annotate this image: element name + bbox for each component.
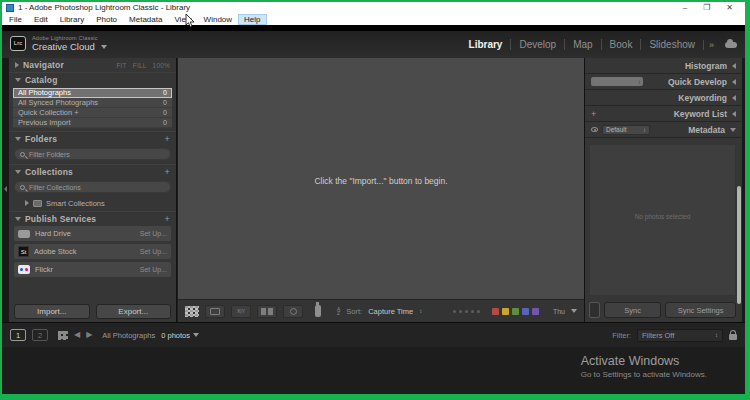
sync-button[interactable]: Sync [604, 302, 661, 318]
menu-window[interactable]: Window [198, 14, 238, 25]
metadata-header[interactable]: Default ↕ Metadata [585, 122, 742, 138]
set-up-link[interactable]: Set Up... [140, 230, 167, 237]
loupe-view-button[interactable] [205, 305, 225, 318]
module-map[interactable]: Map [564, 39, 600, 50]
grid-view-icon[interactable] [185, 306, 199, 317]
collapse-left-icon [4, 186, 7, 192]
import-button[interactable]: Import... [14, 304, 90, 319]
workspace-switcher[interactable]: Creative Cloud [32, 41, 107, 52]
rating-stars[interactable] [453, 310, 480, 313]
publish-service-flickr[interactable]: Flickr Set Up... [14, 262, 171, 277]
activate-windows-watermark: Activate Windows Go to Settings to activ… [581, 354, 707, 379]
filter-collections-input[interactable]: Filter Collections [14, 181, 171, 193]
filter-lock-icon[interactable] [729, 334, 737, 340]
metadata-preset-dropdown[interactable]: Default ↕ [602, 125, 650, 135]
scrollbar[interactable] [737, 186, 741, 304]
add-publish-service-button[interactable]: + [165, 214, 170, 224]
empty-state-message: Click the "Import..." button to begin. [178, 176, 584, 186]
quick-develop-header[interactable]: ↕ Quick Develop [585, 74, 742, 90]
filmstrip-source-label[interactable]: All Photographs [102, 331, 155, 340]
color-swatch-red[interactable] [492, 308, 499, 315]
zoom-fit[interactable]: FIT [116, 62, 126, 69]
cloud-sync-icon[interactable] [725, 42, 737, 48]
sync-settings-button[interactable]: Sync Settings [665, 302, 736, 318]
add-collection-button[interactable]: + [165, 167, 170, 177]
go-forward-icon[interactable]: ▶ [86, 329, 92, 341]
painter-spray-icon[interactable] [315, 305, 321, 317]
metadata-panel-body: No photos selected [589, 144, 736, 296]
saved-preset-dropdown[interactable]: ↕ [591, 77, 643, 86]
collapsed-triangle-icon [25, 200, 29, 206]
module-slideshow[interactable]: Slideshow [640, 39, 703, 50]
color-swatch-yellow[interactable] [502, 308, 509, 315]
grid-view-shortcut-icon[interactable] [58, 331, 68, 340]
publish-service-adobe-stock[interactable]: St Adobe Stock Set Up... [14, 244, 171, 259]
filmstrip-empty-area: Activate Windows Go to Settings to activ… [2, 347, 745, 394]
lrc-badge-icon: Lrc [10, 36, 26, 51]
add-folder-button[interactable]: + [165, 134, 170, 144]
color-label-swatches [492, 308, 539, 315]
folders-header[interactable]: Folders + [9, 132, 176, 146]
module-library[interactable]: Library [461, 39, 511, 50]
metadata-switch-icon[interactable] [591, 127, 598, 132]
collapsed-triangle-icon [15, 62, 19, 68]
color-swatch-blue[interactable] [522, 308, 529, 315]
catalog-item-previous-import[interactable]: Previous Import 0 [13, 118, 172, 128]
module-develop[interactable]: Develop [510, 39, 564, 50]
set-up-link[interactable]: Set Up... [140, 266, 167, 273]
smart-collections-item[interactable]: Smart Collections [9, 197, 176, 209]
keyword-list-header[interactable]: + Keyword List [585, 106, 742, 122]
thumbnail-size-control[interactable]: Thu [553, 308, 565, 315]
photo-count-dropdown[interactable]: 0 photos [161, 331, 199, 340]
color-swatch-green[interactable] [512, 308, 519, 315]
maximize-button[interactable]: ❐ [703, 2, 710, 14]
module-book[interactable]: Book [601, 39, 641, 50]
catalog-item-quick-collection[interactable]: Quick Collection + 0 [13, 108, 172, 118]
collapsed-triangle-icon [732, 63, 736, 69]
histogram-header[interactable]: Histogram [585, 58, 742, 74]
navigator-header[interactable]: Navigator FIT FILL 100% [9, 58, 176, 72]
sync-toggle[interactable] [589, 302, 600, 318]
export-button[interactable]: Export... [96, 304, 172, 319]
toolbar-options-caret-icon[interactable] [571, 309, 577, 313]
left-panel: Navigator FIT FILL 100% Catalog All Phot… [9, 58, 177, 322]
go-back-icon[interactable]: ◀ [74, 329, 80, 341]
menu-file[interactable]: File [3, 14, 28, 25]
brand-block: Lrc Adobe Lightroom Classic Creative Clo… [10, 35, 107, 52]
survey-view-button[interactable] [257, 305, 277, 318]
expanded-triangle-icon [15, 170, 21, 174]
catalog-item-all-photographs[interactable]: All Photographs 0 [13, 88, 172, 98]
menu-photo[interactable]: Photo [90, 14, 123, 25]
keywording-header[interactable]: Keywording [585, 90, 742, 106]
publish-services-header[interactable]: Publish Services + [9, 212, 176, 226]
sort-direction-icon[interactable]: A Z [337, 307, 340, 316]
sort-caret-icon[interactable]: ↕ [419, 308, 422, 314]
color-swatch-purple[interactable] [532, 308, 539, 315]
publish-service-hard-drive[interactable]: Hard Drive Set Up... [14, 226, 171, 241]
module-overflow-button[interactable]: » [703, 40, 719, 50]
second-window-button[interactable]: 2 [32, 329, 48, 341]
main-window-button[interactable]: 1 [10, 329, 26, 341]
metadata-empty-message: No photos selected [590, 213, 735, 220]
close-button[interactable]: ✕ [726, 2, 733, 14]
catalog-header[interactable]: Catalog [9, 73, 176, 87]
people-view-button[interactable] [283, 305, 303, 318]
menu-edit[interactable]: Edit [28, 14, 54, 25]
add-keyword-button[interactable]: + [591, 109, 596, 119]
minimize-button[interactable]: – [683, 2, 687, 14]
title-bar[interactable]: 1 - Adobe Photoshop Lightroom Classic - … [2, 2, 745, 14]
sort-criteria-dropdown[interactable]: Capture Time [368, 307, 413, 316]
zoom-100[interactable]: 100% [153, 62, 170, 69]
menu-help[interactable]: Help [238, 14, 266, 25]
set-up-link[interactable]: Set Up... [140, 248, 167, 255]
collections-header[interactable]: Collections + [9, 165, 176, 179]
left-panel-collapse-strip[interactable] [2, 58, 9, 322]
catalog-item-all-synced[interactable]: All Synced Photographs 0 [13, 98, 172, 108]
zoom-fill[interactable]: FILL [133, 62, 147, 69]
compare-view-button[interactable]: X|Y [231, 305, 251, 318]
filter-dropdown[interactable]: Filters Off ↕ [637, 329, 723, 342]
menu-library[interactable]: Library [54, 14, 90, 25]
filter-folders-input[interactable]: Filter Folders [14, 148, 171, 160]
menu-metadata[interactable]: Metadata [123, 14, 168, 25]
right-panel-collapse-strip[interactable] [742, 58, 745, 322]
